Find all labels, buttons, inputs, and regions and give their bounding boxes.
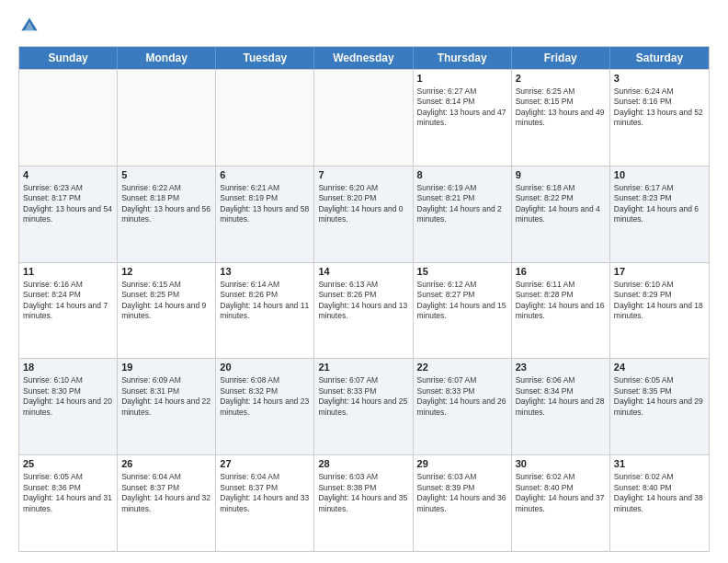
day-number: 21	[318, 362, 408, 373]
cell-info: Sunrise: 6:19 AM Sunset: 8:21 PM Dayligh…	[417, 183, 507, 225]
cell-info: Sunrise: 6:15 AM Sunset: 8:25 PM Dayligh…	[121, 280, 211, 322]
empty-cell-r0c0	[19, 70, 118, 166]
cell-info: Sunrise: 6:20 AM Sunset: 8:20 PM Dayligh…	[318, 183, 408, 225]
day-number: 14	[318, 266, 408, 277]
day-cell-30: 30Sunrise: 6:02 AM Sunset: 8:40 PM Dayli…	[512, 455, 610, 551]
day-cell-21: 21Sunrise: 6:07 AM Sunset: 8:33 PM Dayli…	[314, 359, 413, 454]
cell-info: Sunrise: 6:03 AM Sunset: 8:38 PM Dayligh…	[318, 472, 408, 514]
day-cell-1: 1Sunrise: 6:27 AM Sunset: 8:14 PM Daylig…	[414, 70, 512, 166]
weekday-header-monday: Monday	[118, 47, 216, 69]
header	[18, 15, 710, 37]
empty-cell-r0c2	[216, 70, 314, 166]
calendar-row-0: 1Sunrise: 6:27 AM Sunset: 8:14 PM Daylig…	[19, 69, 709, 166]
cell-info: Sunrise: 6:18 AM Sunset: 8:22 PM Dayligh…	[516, 183, 606, 225]
weekday-header-saturday: Saturday	[610, 47, 709, 69]
cell-info: Sunrise: 6:14 AM Sunset: 8:26 PM Dayligh…	[220, 280, 310, 322]
cell-info: Sunrise: 6:10 AM Sunset: 8:30 PM Dayligh…	[23, 375, 113, 418]
day-number: 30	[516, 458, 606, 469]
day-cell-8: 8Sunrise: 6:19 AM Sunset: 8:21 PM Daylig…	[414, 167, 512, 262]
day-cell-20: 20Sunrise: 6:08 AM Sunset: 8:32 PM Dayli…	[216, 359, 314, 454]
weekday-header-sunday: Sunday	[19, 47, 118, 69]
cell-info: Sunrise: 6:17 AM Sunset: 8:23 PM Dayligh…	[614, 183, 705, 225]
weekday-header-friday: Friday	[512, 47, 610, 69]
day-number: 18	[23, 362, 113, 373]
day-cell-12: 12Sunrise: 6:15 AM Sunset: 8:25 PM Dayli…	[118, 263, 216, 359]
day-cell-22: 22Sunrise: 6:07 AM Sunset: 8:33 PM Dayli…	[414, 359, 512, 454]
day-number: 28	[318, 458, 408, 469]
cell-info: Sunrise: 6:11 AM Sunset: 8:28 PM Dayligh…	[516, 280, 606, 322]
day-number: 5	[121, 169, 211, 180]
day-cell-27: 27Sunrise: 6:04 AM Sunset: 8:37 PM Dayli…	[216, 455, 314, 551]
calendar-header: SundayMondayTuesdayWednesdayThursdayFrid…	[19, 47, 709, 69]
cell-info: Sunrise: 6:06 AM Sunset: 8:34 PM Dayligh…	[516, 375, 606, 418]
day-number: 9	[516, 169, 606, 180]
empty-cell-r0c3	[314, 70, 413, 166]
day-cell-11: 11Sunrise: 6:16 AM Sunset: 8:24 PM Dayli…	[19, 263, 118, 359]
day-number: 3	[614, 73, 705, 84]
day-number: 1	[417, 73, 507, 84]
day-number: 12	[121, 266, 211, 277]
day-number: 24	[614, 362, 705, 373]
cell-info: Sunrise: 6:12 AM Sunset: 8:27 PM Dayligh…	[417, 280, 507, 322]
day-cell-16: 16Sunrise: 6:11 AM Sunset: 8:28 PM Dayli…	[512, 263, 610, 359]
cell-info: Sunrise: 6:10 AM Sunset: 8:29 PM Dayligh…	[614, 280, 705, 322]
day-cell-4: 4Sunrise: 6:23 AM Sunset: 8:17 PM Daylig…	[19, 167, 118, 262]
calendar-row-4: 25Sunrise: 6:05 AM Sunset: 8:36 PM Dayli…	[19, 454, 709, 551]
calendar-row-3: 18Sunrise: 6:10 AM Sunset: 8:30 PM Dayli…	[19, 358, 709, 454]
day-number: 7	[318, 169, 408, 180]
calendar-row-1: 4Sunrise: 6:23 AM Sunset: 8:17 PM Daylig…	[19, 166, 709, 262]
cell-info: Sunrise: 6:07 AM Sunset: 8:33 PM Dayligh…	[318, 375, 408, 418]
weekday-header-thursday: Thursday	[414, 47, 512, 69]
day-cell-24: 24Sunrise: 6:05 AM Sunset: 8:35 PM Dayli…	[610, 359, 709, 454]
day-cell-15: 15Sunrise: 6:12 AM Sunset: 8:27 PM Dayli…	[414, 263, 512, 359]
page: SundayMondayTuesdayWednesdayThursdayFrid…	[0, 0, 728, 563]
cell-info: Sunrise: 6:04 AM Sunset: 8:37 PM Dayligh…	[121, 472, 211, 514]
day-number: 17	[614, 266, 705, 277]
cell-info: Sunrise: 6:08 AM Sunset: 8:32 PM Dayligh…	[220, 375, 310, 418]
cell-info: Sunrise: 6:21 AM Sunset: 8:19 PM Dayligh…	[220, 183, 310, 225]
cell-info: Sunrise: 6:02 AM Sunset: 8:40 PM Dayligh…	[614, 472, 705, 514]
cell-info: Sunrise: 6:09 AM Sunset: 8:31 PM Dayligh…	[121, 375, 211, 418]
calendar-body: 1Sunrise: 6:27 AM Sunset: 8:14 PM Daylig…	[19, 69, 709, 551]
cell-info: Sunrise: 6:07 AM Sunset: 8:33 PM Dayligh…	[417, 375, 507, 418]
day-cell-13: 13Sunrise: 6:14 AM Sunset: 8:26 PM Dayli…	[216, 263, 314, 359]
day-cell-23: 23Sunrise: 6:06 AM Sunset: 8:34 PM Dayli…	[512, 359, 610, 454]
day-number: 13	[220, 266, 310, 277]
logo-icon	[18, 15, 40, 37]
cell-info: Sunrise: 6:03 AM Sunset: 8:39 PM Dayligh…	[417, 472, 507, 514]
day-cell-19: 19Sunrise: 6:09 AM Sunset: 8:31 PM Dayli…	[118, 359, 216, 454]
cell-info: Sunrise: 6:02 AM Sunset: 8:40 PM Dayligh…	[516, 472, 606, 514]
weekday-header-tuesday: Tuesday	[216, 47, 314, 69]
day-cell-5: 5Sunrise: 6:22 AM Sunset: 8:18 PM Daylig…	[118, 167, 216, 262]
cell-info: Sunrise: 6:24 AM Sunset: 8:16 PM Dayligh…	[614, 86, 705, 129]
calendar-row-2: 11Sunrise: 6:16 AM Sunset: 8:24 PM Dayli…	[19, 262, 709, 359]
day-number: 19	[121, 362, 211, 373]
day-number: 11	[23, 266, 113, 277]
day-number: 20	[220, 362, 310, 373]
day-number: 16	[516, 266, 606, 277]
cell-info: Sunrise: 6:23 AM Sunset: 8:17 PM Dayligh…	[23, 183, 113, 225]
day-number: 31	[614, 458, 705, 469]
day-cell-29: 29Sunrise: 6:03 AM Sunset: 8:39 PM Dayli…	[414, 455, 512, 551]
cell-info: Sunrise: 6:16 AM Sunset: 8:24 PM Dayligh…	[23, 280, 113, 322]
day-number: 2	[516, 73, 606, 84]
cell-info: Sunrise: 6:22 AM Sunset: 8:18 PM Dayligh…	[121, 183, 211, 225]
day-cell-18: 18Sunrise: 6:10 AM Sunset: 8:30 PM Dayli…	[19, 359, 118, 454]
day-number: 27	[220, 458, 310, 469]
day-cell-26: 26Sunrise: 6:04 AM Sunset: 8:37 PM Dayli…	[118, 455, 216, 551]
day-number: 6	[220, 169, 310, 180]
day-number: 22	[417, 362, 507, 373]
calendar: SundayMondayTuesdayWednesdayThursdayFrid…	[18, 46, 710, 552]
day-cell-28: 28Sunrise: 6:03 AM Sunset: 8:38 PM Dayli…	[314, 455, 413, 551]
day-cell-17: 17Sunrise: 6:10 AM Sunset: 8:29 PM Dayli…	[610, 263, 709, 359]
day-cell-31: 31Sunrise: 6:02 AM Sunset: 8:40 PM Dayli…	[610, 455, 709, 551]
day-number: 26	[121, 458, 211, 469]
day-cell-9: 9Sunrise: 6:18 AM Sunset: 8:22 PM Daylig…	[512, 167, 610, 262]
day-cell-2: 2Sunrise: 6:25 AM Sunset: 8:15 PM Daylig…	[512, 70, 610, 166]
day-cell-7: 7Sunrise: 6:20 AM Sunset: 8:20 PM Daylig…	[314, 167, 413, 262]
weekday-header-wednesday: Wednesday	[314, 47, 413, 69]
day-number: 25	[23, 458, 113, 469]
day-number: 23	[516, 362, 606, 373]
logo	[18, 15, 44, 37]
cell-info: Sunrise: 6:25 AM Sunset: 8:15 PM Dayligh…	[516, 86, 606, 129]
